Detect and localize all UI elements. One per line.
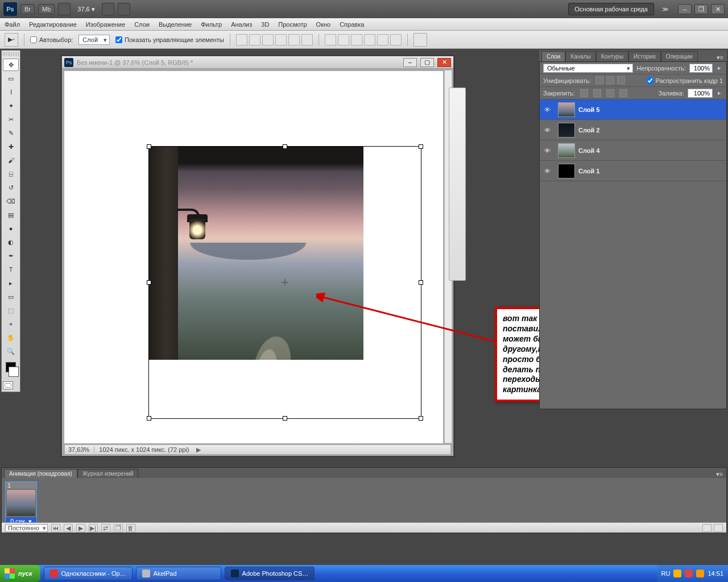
propagate-frame-checkbox[interactable]: Распространить кадр 1 (647, 77, 723, 84)
menu-select[interactable]: Выделение (159, 21, 192, 28)
transform-handle[interactable] (419, 280, 423, 285)
panel-handle[interactable] (3, 52, 19, 56)
color-swatches[interactable] (3, 362, 19, 377)
menu-view[interactable]: Просмотр (278, 21, 307, 28)
animation-frame[interactable]: 1 0 сек. ▾ (5, 481, 37, 526)
doc-close-button[interactable]: ✕ (711, 4, 725, 14)
convert-timeline-icon[interactable] (702, 524, 712, 532)
transform-handle[interactable] (283, 144, 287, 149)
3d-camera-tool[interactable]: ⌖ (3, 318, 19, 330)
stamp-tool[interactable]: ⌸ (3, 168, 19, 180)
workspace-more-icon[interactable]: ≫ (657, 6, 673, 13)
status-menu-icon[interactable]: ▶ (196, 446, 201, 454)
workspace-switcher[interactable]: Основная рабочая среда (568, 3, 654, 15)
type-tool[interactable]: T (3, 263, 19, 276)
menu-window[interactable]: Окно (316, 21, 331, 28)
eyedropper-tool[interactable]: ✎ (3, 127, 19, 139)
transform-handle[interactable] (283, 416, 287, 421)
opacity-input[interactable]: 100% (689, 64, 713, 73)
distribute-vcenter-icon[interactable] (338, 34, 349, 45)
menu-filter[interactable]: Фильтр (201, 21, 222, 28)
loop-mode-select[interactable]: Постоянно (5, 524, 48, 532)
healing-tool[interactable]: ✚ (3, 140, 19, 153)
lock-position-icon[interactable] (606, 89, 614, 97)
tab-channels[interactable]: Каналы (565, 51, 596, 61)
layer-name[interactable]: Слой 4 (578, 147, 599, 154)
minibridge-button[interactable]: Mb (38, 4, 55, 14)
zoom-tool[interactable]: 🔍 (3, 345, 19, 357)
transform-center-icon[interactable] (282, 279, 288, 286)
doc-restore-button[interactable]: ❐ (694, 4, 708, 14)
layer-item[interactable]: 👁 Слой 4 (540, 140, 726, 161)
menu-edit[interactable]: Редактирование (29, 21, 77, 28)
eraser-tool[interactable]: ⌫ (3, 195, 19, 207)
show-transform-controls-checkbox[interactable]: Показать управляющие элементы (115, 36, 224, 43)
taskbar-item-akelpad[interactable]: AkelPad (136, 567, 221, 580)
next-frame-button[interactable]: ▶| (89, 524, 98, 532)
distribute-bottom-icon[interactable] (351, 34, 362, 45)
duplicate-frame-button[interactable]: ❐ (114, 524, 123, 532)
vertical-scrollbar[interactable] (444, 70, 452, 443)
visibility-eye-icon[interactable]: 👁 (540, 147, 555, 154)
document-titlebar[interactable]: Ps Без имени-1 @ 37,6% (Слой 5, RGB/8) *… (62, 56, 453, 69)
bridge-button[interactable]: Br (20, 4, 35, 14)
tray-icon[interactable] (673, 569, 681, 577)
move-tool[interactable]: ✥ (3, 59, 19, 71)
layer-name[interactable]: Слой 1 (578, 168, 599, 174)
tab-history[interactable]: История (628, 51, 661, 61)
visibility-eye-icon[interactable]: 👁 (540, 127, 555, 134)
layer-thumbnail[interactable] (558, 102, 575, 117)
start-button[interactable]: пуск (0, 565, 40, 582)
blur-tool[interactable]: ● (3, 222, 19, 235)
quick-select-tool[interactable]: ✦ (3, 99, 19, 112)
auto-select-checkbox[interactable]: Автовыбор: (30, 36, 73, 43)
dodge-tool[interactable]: ◐ (3, 236, 19, 248)
hand-tool[interactable]: ✋ (3, 331, 19, 344)
tab-measurement-log[interactable]: Журнал измерений (77, 469, 139, 478)
doc-close-button[interactable]: ✕ (437, 58, 451, 67)
visibility-eye-icon[interactable]: 👁 (540, 106, 555, 113)
tray-icon[interactable] (685, 569, 693, 577)
lock-all-icon[interactable] (619, 89, 627, 97)
menu-3d[interactable]: 3D (261, 21, 269, 28)
distribute-right-icon[interactable] (390, 34, 402, 45)
panel-menu-icon[interactable]: ▾≡ (713, 54, 727, 61)
menu-image[interactable]: Изображение (86, 21, 125, 28)
crop-tool[interactable]: ✂ (3, 113, 19, 126)
taskbar-item-odnoklassniki[interactable]: Одноклассники - Op… (44, 567, 133, 580)
auto-select-target-select[interactable]: Слой (78, 35, 110, 45)
status-zoom[interactable]: 37,63% (68, 446, 94, 453)
tab-paths[interactable]: Контуры (596, 51, 628, 61)
align-vcenter-icon[interactable] (249, 34, 260, 45)
view-extras-button[interactable] (58, 3, 71, 15)
layer-item[interactable]: 👁 Слой 1 (540, 161, 726, 181)
history-brush-tool[interactable]: ↺ (3, 181, 19, 194)
layer-item[interactable]: 👁 Слой 5 (540, 99, 726, 120)
prev-frame-button[interactable]: ◀ (64, 524, 73, 532)
menu-layers[interactable]: Слои (134, 21, 150, 28)
anim-trash-icon[interactable] (714, 524, 723, 532)
align-bottom-icon[interactable] (262, 34, 274, 45)
3d-tool[interactable]: ⬚ (3, 304, 19, 317)
layer-item[interactable]: 👁 Слой 2 (540, 120, 726, 140)
align-hcenter-icon[interactable] (288, 34, 300, 45)
tab-layers[interactable]: Слои (541, 51, 565, 61)
doc-min-button[interactable]: – (403, 58, 417, 67)
tray-clock[interactable]: 14:51 (708, 570, 723, 577)
layer-name[interactable]: Слой 5 (578, 106, 599, 113)
fill-arrow-icon[interactable]: ▸ (716, 89, 723, 97)
align-left-icon[interactable] (275, 34, 287, 45)
marquee-tool[interactable]: ▭ (3, 72, 19, 85)
transform-handle[interactable] (419, 416, 423, 421)
tween-button[interactable]: ⇄ (101, 524, 110, 532)
unify-style-icon[interactable] (617, 76, 625, 84)
lock-pixels-icon[interactable] (593, 89, 601, 97)
blend-mode-select[interactable]: Обычные (543, 64, 633, 73)
opacity-arrow-icon[interactable]: ▸ (716, 64, 723, 72)
tray-icon[interactable] (696, 569, 704, 577)
distribute-left-icon[interactable] (364, 34, 375, 45)
gradient-tool[interactable]: ▤ (3, 209, 19, 221)
path-select-tool[interactable]: ▸ (3, 277, 19, 289)
tab-animation[interactable]: Анимация (покадровая) (4, 469, 77, 478)
lasso-tool[interactable]: ⌇ (3, 86, 19, 98)
